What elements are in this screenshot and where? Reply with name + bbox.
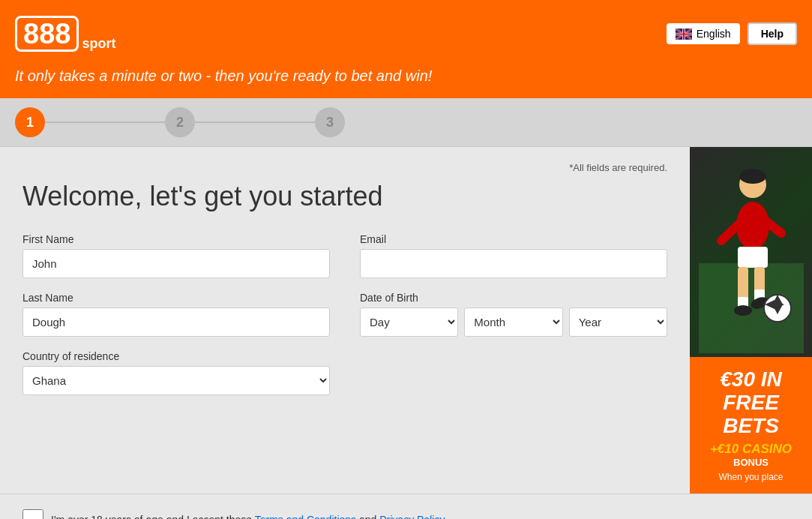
logo-sport: sport	[82, 36, 115, 52]
step-1: 1	[15, 107, 45, 137]
promo-amount: €30 IN FREE BETS	[697, 368, 805, 437]
language-button[interactable]: English	[667, 23, 740, 44]
flag-icon	[676, 28, 692, 40]
steps-bar: 1 2 3	[0, 98, 812, 147]
first-name-group: First Name	[22, 233, 330, 278]
dob-day-select[interactable]: Day1234567891011121314151617181920212223…	[360, 308, 458, 337]
country-group: Country of residence GhanaUnited Kingdom…	[22, 350, 330, 395]
terms-link[interactable]: Terms and Conditions	[255, 514, 356, 519]
country-label: Country of residence	[22, 350, 330, 362]
first-name-label: First Name	[22, 233, 330, 245]
step-line-2	[195, 122, 315, 123]
step-3-circle: 3	[315, 107, 345, 137]
dob-row: Day1234567891011121314151617181920212223…	[360, 308, 667, 337]
dob-month-select[interactable]: MonthJanuaryFebruaryMarchAprilMayJuneJul…	[464, 308, 562, 337]
svg-point-13	[739, 169, 766, 184]
last-name-label: Last Name	[22, 292, 330, 304]
promo-bonus: BONUS	[697, 457, 805, 469]
country-select[interactable]: GhanaUnited KingdomUnited StatesIrelandS…	[22, 366, 330, 395]
form-right-col: Email Date of Birth Day12345678910111213…	[360, 233, 667, 409]
last-name-input[interactable]	[22, 308, 330, 337]
header: 888 sport English Help	[0, 0, 812, 68]
logo-888: 888	[15, 16, 79, 52]
svg-rect-6	[738, 247, 768, 268]
step-2: 2	[165, 107, 195, 137]
dob-group: Date of Birth Day12345678910111213141516…	[360, 292, 667, 337]
form-area: *All fields are required. Welcome, let's…	[0, 147, 690, 494]
last-name-group: Last Name	[22, 292, 330, 337]
form-left-col: First Name Last Name Country of residenc…	[22, 233, 330, 409]
required-note: *All fields are required.	[22, 162, 667, 173]
email-input[interactable]	[360, 249, 667, 278]
first-name-input[interactable]	[22, 249, 330, 278]
privacy-link[interactable]: Privacy Policy	[379, 514, 445, 519]
promo-when: When you place	[697, 472, 805, 482]
welcome-title: Welcome, let's get you started	[22, 181, 667, 212]
help-button[interactable]: Help	[748, 22, 797, 45]
tagline: It only takes a minute or two - then you…	[0, 68, 812, 98]
form-columns: First Name Last Name Country of residenc…	[22, 233, 667, 409]
player-illustration	[699, 151, 804, 353]
checkbox-and-text: and	[359, 514, 376, 519]
checkbox-label: I'm over 18 years of age and I accept th…	[51, 514, 445, 519]
dob-label: Date of Birth	[360, 292, 667, 304]
lang-label: English	[697, 28, 731, 40]
step-line-1	[45, 122, 165, 123]
age-checkbox[interactable]	[22, 509, 43, 519]
dob-year-select[interactable]: Year200620052004200320022001200019991998…	[569, 308, 667, 337]
checkbox-label-before: I'm over 18 years of age and I accept th…	[51, 514, 252, 519]
logo-area: 888 sport	[15, 16, 115, 52]
checkbox-area: I'm over 18 years of age and I accept th…	[0, 494, 812, 519]
email-label: Email	[360, 233, 667, 245]
step-1-circle: 1	[15, 107, 45, 137]
promo-casino: +€10 CASINO	[697, 442, 805, 457]
svg-point-11	[734, 305, 752, 316]
banner-player	[690, 147, 812, 357]
email-group: Email	[360, 233, 667, 278]
banner-area: €30 IN FREE BETS +€10 CASINO BONUS When …	[690, 147, 812, 494]
header-right: English Help	[667, 22, 797, 45]
main-content: *All fields are required. Welcome, let's…	[0, 147, 812, 494]
step-3: 3	[315, 107, 345, 137]
step-2-circle: 2	[165, 107, 195, 137]
banner-promo: €30 IN FREE BETS +€10 CASINO BONUS When …	[690, 357, 812, 494]
